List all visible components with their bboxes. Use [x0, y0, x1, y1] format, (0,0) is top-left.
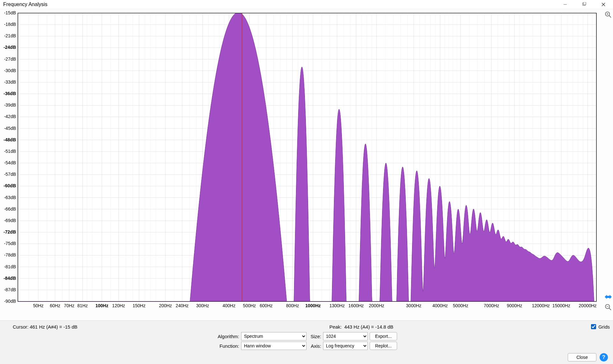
svg-text:12000Hz: 12000Hz	[532, 303, 550, 308]
size-select[interactable]: 1024	[323, 332, 368, 340]
svg-line-179	[609, 15, 611, 18]
svg-text:1300Hz: 1300Hz	[329, 303, 345, 308]
svg-text:-90dB: -90dB	[4, 299, 16, 304]
close-window-button[interactable]	[594, 0, 613, 9]
svg-text:-21dB: -21dB	[4, 33, 16, 38]
svg-text:-66dB: -66dB	[4, 206, 16, 212]
svg-text:-81dB: -81dB	[4, 264, 16, 269]
zoom-in-icon[interactable]	[605, 11, 612, 18]
svg-text:-69dB: -69dB	[4, 218, 16, 223]
close-button[interactable]: Close	[568, 353, 596, 361]
svg-text:-18dB: -18dB	[4, 22, 16, 27]
grids-label: Grids	[598, 324, 610, 330]
axis-label: Axis:	[308, 343, 321, 349]
svg-text:7000Hz: 7000Hz	[484, 303, 499, 308]
svg-text:-54dB: -54dB	[4, 160, 16, 165]
svg-text:9000Hz: 9000Hz	[507, 303, 522, 308]
svg-line-184	[609, 308, 611, 310]
zoom-out-icon[interactable]	[605, 304, 612, 311]
svg-text:1000Hz: 1000Hz	[305, 303, 321, 308]
svg-text:500Hz: 500Hz	[243, 303, 256, 308]
svg-text:-15dB: -15dB	[4, 11, 16, 15]
svg-text:240Hz: 240Hz	[176, 303, 188, 308]
svg-text:150Hz: 150Hz	[133, 303, 145, 308]
svg-text:-75dB: -75dB	[4, 241, 16, 246]
svg-text:1600Hz: 1600Hz	[348, 303, 364, 308]
svg-text:-57dB: -57dB	[4, 172, 16, 177]
svg-text:20000Hz: 20000Hz	[579, 303, 597, 308]
grids-checkbox[interactable]	[591, 324, 596, 329]
svg-text:70Hz: 70Hz	[64, 303, 75, 308]
svg-text:-60dB: -60dB	[4, 183, 16, 188]
spectrum-plot[interactable]: -15dB-18dB-21dB-24dB-27dB-30dB-33dB-36dB…	[2, 11, 598, 311]
cursor-label: Cursor:	[13, 324, 28, 330]
svg-text:-48dB: -48dB	[4, 137, 16, 142]
svg-text:600Hz: 600Hz	[260, 303, 272, 308]
svg-text:4000Hz: 4000Hz	[432, 303, 448, 308]
axis-select[interactable]: Log frequency	[323, 342, 368, 350]
algorithm-label: Algorithm:	[210, 334, 239, 339]
svg-text:-30dB: -30dB	[4, 68, 16, 73]
svg-text:50Hz: 50Hz	[33, 303, 44, 308]
maximize-button[interactable]	[575, 0, 594, 9]
replot-button[interactable]: Replot...	[370, 342, 397, 350]
svg-text:-45dB: -45dB	[4, 126, 16, 131]
cursor-value: 461 Hz (A#4) = -15 dB	[30, 324, 78, 330]
algorithm-select[interactable]: Spectrum	[241, 332, 306, 340]
svg-text:-39dB: -39dB	[4, 102, 16, 108]
svg-text:200Hz: 200Hz	[159, 303, 172, 308]
svg-text:300Hz: 300Hz	[196, 303, 209, 308]
footer-panel: Cursor: 461 Hz (A#4) = -15 dB Peak: 443 …	[0, 320, 613, 364]
peak-label: Peak:	[329, 324, 342, 330]
export-button[interactable]: Export...	[370, 332, 397, 340]
svg-text:-87dB: -87dB	[4, 287, 16, 292]
window-titlebar: Frequency Analysis	[0, 0, 613, 9]
svg-text:-63dB: -63dB	[4, 195, 16, 200]
svg-text:-51dB: -51dB	[4, 149, 16, 154]
minimize-button[interactable]	[556, 0, 575, 9]
help-icon[interactable]: ?	[600, 353, 608, 361]
svg-rect-2	[583, 2, 586, 5]
size-label: Size:	[308, 334, 321, 339]
svg-text:-72dB: -72dB	[4, 229, 16, 234]
function-select[interactable]: Hann window	[241, 342, 306, 350]
window-title: Frequency Analysis	[0, 2, 48, 7]
svg-text:-24dB: -24dB	[4, 45, 16, 50]
svg-text:81Hz: 81Hz	[77, 303, 88, 308]
svg-text:-84dB: -84dB	[4, 276, 16, 281]
svg-text:-78dB: -78dB	[4, 252, 16, 257]
svg-text:100Hz: 100Hz	[95, 303, 108, 308]
svg-text:-33dB: -33dB	[4, 79, 16, 85]
svg-marker-182	[605, 295, 612, 299]
function-label: Function:	[210, 343, 239, 349]
svg-text:120Hz: 120Hz	[112, 303, 125, 308]
svg-text:2000Hz: 2000Hz	[369, 303, 384, 308]
svg-text:-36dB: -36dB	[4, 91, 16, 96]
svg-text:15000Hz: 15000Hz	[552, 303, 570, 308]
svg-text:3000Hz: 3000Hz	[406, 303, 421, 308]
svg-text:800Hz: 800Hz	[286, 303, 299, 308]
fit-width-icon[interactable]	[605, 293, 612, 301]
svg-text:5000Hz: 5000Hz	[453, 303, 468, 308]
peak-value: 443 Hz (A4) = -14.8 dB	[344, 324, 393, 330]
svg-text:-27dB: -27dB	[4, 56, 16, 62]
svg-text:-42dB: -42dB	[4, 114, 16, 119]
svg-text:60Hz: 60Hz	[50, 303, 60, 308]
svg-text:400Hz: 400Hz	[223, 303, 235, 308]
